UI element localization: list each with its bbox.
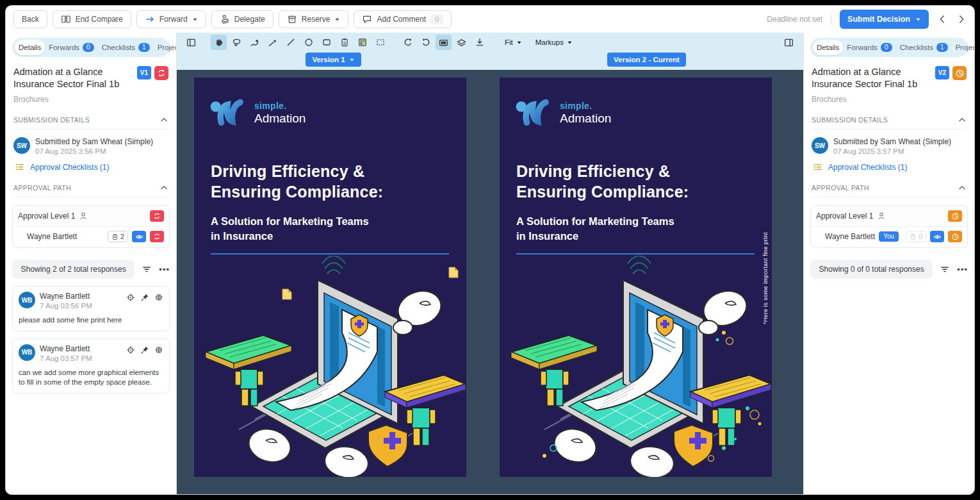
submit-decision-button[interactable]: Submit Decision	[840, 10, 929, 29]
locate-annotation-icon[interactable]	[126, 293, 135, 302]
rotate-cw-button[interactable]	[418, 35, 434, 50]
approver-name: Wayne Bartlett	[825, 232, 875, 241]
approval-path-header: APPROVAL PATH	[13, 183, 168, 197]
view-responses-eye-button[interactable]	[930, 231, 944, 242]
approver-comment-count-chip[interactable]: 0	[906, 231, 926, 242]
tab-project-label: Project	[956, 44, 974, 51]
markups-dropdown[interactable]: Markups	[530, 38, 578, 46]
locate-annotation-icon[interactable]	[126, 346, 135, 354]
submission-details-header: SUBMISSION DETAILS	[812, 115, 967, 129]
headline-line1: Driving Efficiency &	[211, 161, 383, 181]
collapse-chevron-icon[interactable]	[159, 183, 168, 192]
comment-time: 7 Aug 03:56 PM	[40, 302, 92, 310]
comment-author: Wayne Bartlett	[40, 292, 92, 301]
straight-pen-tool[interactable]	[265, 35, 281, 50]
responses-summary: Showing 2 of 2 total responses	[12, 260, 135, 279]
deadline-text: Deadline not set	[767, 15, 822, 24]
download-button[interactable]	[471, 35, 487, 50]
rectangle-tool[interactable]	[318, 35, 334, 50]
forward-button[interactable]: Forward	[136, 10, 206, 28]
globe-icon[interactable]	[154, 293, 163, 302]
submitted-at-text: 07 Aug 2025 3:57 PM	[833, 147, 951, 155]
tab-forwards[interactable]: Forwards0	[45, 40, 98, 55]
compare-canvas[interactable]: simple. Admation Driving Efficiency & En…	[177, 70, 803, 494]
top-action-bar: Back End Compare Forward Delegate Reserv…	[6, 6, 974, 33]
note-icon	[339, 37, 350, 47]
topbar-right-group: Deadline not set Submit Decision	[767, 10, 967, 29]
layers-button[interactable]	[453, 35, 470, 50]
version1-label: Version 1	[312, 56, 345, 63]
tab-checklists[interactable]: Checklists1	[98, 40, 154, 55]
glove-hand-bottom	[323, 444, 370, 477]
tab-project[interactable]: Project	[952, 40, 974, 55]
freehand-pen-tool[interactable]	[247, 35, 263, 50]
line-tool[interactable]	[282, 35, 298, 50]
collapse-chevron-icon[interactable]	[958, 115, 967, 124]
chevron-down-icon	[516, 40, 522, 45]
tab-details[interactable]: Details	[813, 40, 843, 55]
approval-path-label: APPROVAL PATH	[13, 184, 71, 192]
comment-card[interactable]: WB Wayne Bartlett 7 Aug 03:56 PM please …	[12, 286, 170, 331]
more-options-icon[interactable]: •••	[159, 265, 170, 274]
filter-icon[interactable]	[142, 264, 152, 274]
brochure-logo: simple. Admation	[209, 97, 306, 129]
compare-view-button[interactable]	[436, 35, 452, 50]
approver-comment-count-chip[interactable]: 2	[108, 231, 128, 242]
pan-hand-tool[interactable]	[211, 35, 227, 50]
delegate-button[interactable]: Delegate	[211, 10, 274, 28]
toggle-right-panel-button[interactable]	[781, 35, 797, 50]
comment-card[interactable]: WB Wayne Bartlett 7 Aug 03:57 PM can we …	[12, 338, 170, 394]
end-compare-button[interactable]: End Compare	[53, 10, 131, 28]
pending-status-icon	[952, 66, 967, 80]
back-button[interactable]: Back	[13, 10, 47, 28]
tab-details[interactable]: Details	[15, 40, 45, 55]
collapse-chevron-icon[interactable]	[958, 183, 967, 192]
forwards-count-badge: 0	[881, 43, 892, 52]
admation-logo-mark-icon	[209, 97, 247, 129]
tab-checklists[interactable]: Checklists1	[896, 40, 952, 55]
glove-hand-bottom	[628, 444, 676, 477]
comment-author: Wayne Bartlett	[40, 344, 92, 353]
wifi-arcs	[322, 256, 345, 274]
reserve-button[interactable]: Reserve	[279, 10, 349, 28]
right-tabbar: Details Forwards0 Checklists1 Project	[810, 38, 968, 57]
collapse-chevron-icon[interactable]	[159, 115, 168, 124]
more-options-icon[interactable]: •••	[957, 265, 968, 274]
next-asset-chevron-icon[interactable]	[956, 14, 967, 24]
toggle-left-panel-button[interactable]	[183, 35, 199, 50]
checklists-link-row: Approval Checklists (1)	[813, 162, 965, 172]
tab-forwards[interactable]: Forwards0	[843, 40, 896, 55]
tab-forwards-label: Forwards	[847, 44, 878, 51]
tab-project[interactable]: Project	[154, 40, 176, 55]
version2-label: Version 2 - Current	[614, 56, 680, 63]
globe-icon[interactable]	[154, 346, 163, 354]
level-pending-icon	[948, 210, 962, 222]
pin-icon[interactable]	[140, 293, 149, 302]
view-responses-eye-button[interactable]	[132, 231, 146, 242]
rotate-ccw-button[interactable]	[400, 35, 416, 50]
document-page-version2[interactable]: simple. Admation Driving Efficiency & En…	[500, 78, 772, 477]
subhead-line1: A Solution for Marketing Teams	[211, 214, 369, 229]
version2-current-label[interactable]: Version 2 - Current	[607, 53, 686, 67]
lasso-tool[interactable]	[229, 35, 245, 50]
document-page-version1[interactable]: simple. Admation Driving Efficiency & En…	[194, 78, 466, 477]
main-area: Details Forwards0 Checklists1 Project Ad…	[6, 33, 974, 494]
approval-path-label: APPROVAL PATH	[812, 184, 869, 192]
pin-icon[interactable]	[140, 346, 149, 354]
note-tool[interactable]	[336, 35, 352, 50]
marquee-select-tool[interactable]	[372, 35, 388, 50]
divider	[831, 13, 831, 25]
tab-forwards-label: Forwards	[49, 44, 79, 51]
add-comment-button[interactable]: Add Comment 0	[354, 10, 452, 28]
version1-dropdown[interactable]: Version 1	[306, 53, 361, 67]
previous-asset-chevron-icon[interactable]	[937, 14, 947, 24]
checklist-icon	[813, 162, 822, 172]
stamp-icon	[220, 14, 230, 24]
filter-icon[interactable]	[940, 264, 950, 274]
image-stamp-tool[interactable]	[354, 35, 370, 50]
fit-zoom-dropdown[interactable]: Fit	[499, 38, 528, 46]
ellipse-tool[interactable]	[300, 35, 316, 50]
approval-checklists-link[interactable]: Approval Checklists (1)	[828, 163, 907, 172]
app-window: Back End Compare Forward Delegate Reserv…	[5, 5, 975, 495]
approval-checklists-link[interactable]: Approval Checklists (1)	[30, 163, 109, 172]
